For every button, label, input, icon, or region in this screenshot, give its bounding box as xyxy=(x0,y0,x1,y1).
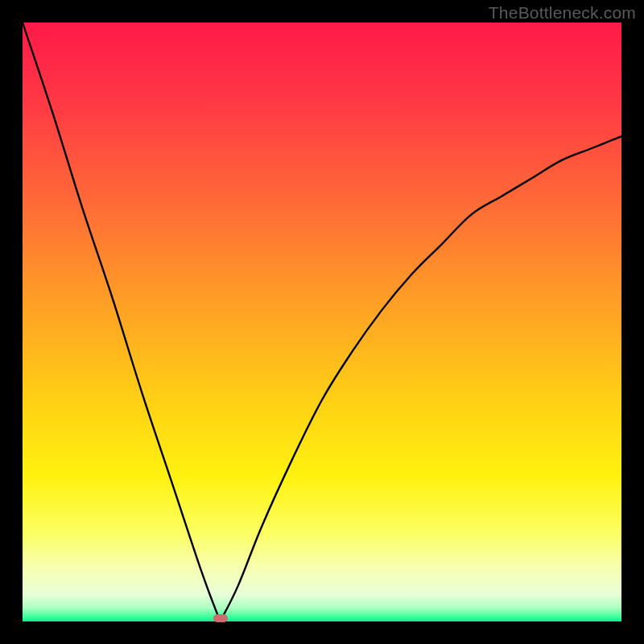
plot-background xyxy=(23,23,621,621)
svg-rect-0 xyxy=(23,23,621,621)
chart-frame xyxy=(23,23,621,621)
watermark-text: TheBottleneck.com xyxy=(489,3,636,23)
optimum-marker xyxy=(213,614,228,622)
